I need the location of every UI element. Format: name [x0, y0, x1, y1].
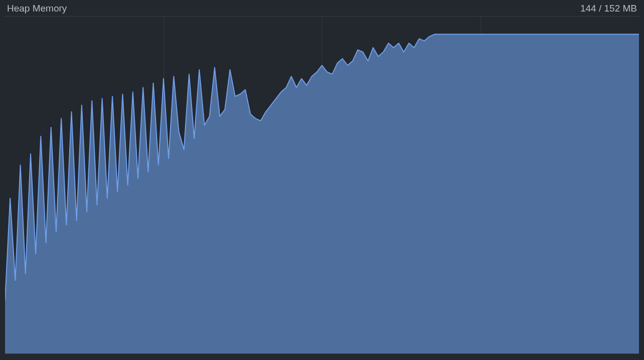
heap-memory-chart [5, 16, 639, 354]
panel-title: Heap Memory [7, 3, 67, 14]
heap-area-plot [5, 17, 639, 353]
heap-area-fill [5, 34, 639, 353]
memory-usage-label: 144 / 152 MB [580, 3, 637, 14]
panel-header: Heap Memory 144 / 152 MB [0, 0, 644, 16]
heap-memory-panel: Heap Memory 144 / 152 MB [0, 0, 644, 360]
